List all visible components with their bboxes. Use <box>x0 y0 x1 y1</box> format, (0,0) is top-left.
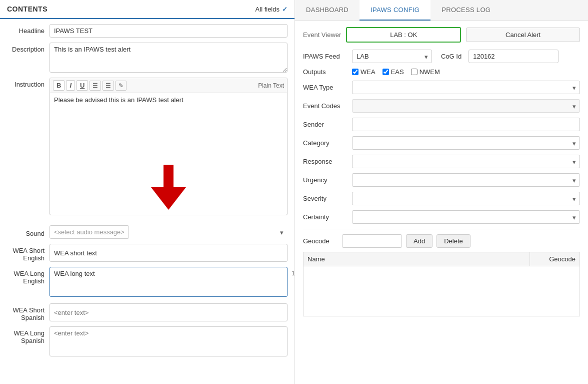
wea-short-english-input[interactable] <box>50 244 288 262</box>
tab-dashboard[interactable]: DASHBOARD <box>295 0 360 21</box>
geocode-label: Geocode <box>303 237 338 245</box>
urgency-select[interactable] <box>352 173 580 187</box>
wea-short-english-wrapper: 14/90 <box>50 244 288 262</box>
event-codes-select-wrapper <box>352 99 580 113</box>
paint-button[interactable]: ✎ <box>116 81 126 91</box>
svg-marker-1 <box>151 187 186 210</box>
bold-button[interactable]: B <box>53 80 64 91</box>
outputs-checkboxes: WEA EAS NWEM <box>352 68 440 76</box>
ol-button[interactable]: ☰ <box>90 81 101 91</box>
arrow-container <box>50 160 287 215</box>
severity-select-wrapper <box>352 192 580 205</box>
eas-checkbox-label[interactable]: EAS <box>382 68 404 76</box>
cog-id-input[interactable] <box>468 50 558 63</box>
wea-type-select-wrapper <box>352 81 580 94</box>
instruction-textarea[interactable]: Please be advised this is an IPAWS test … <box>50 93 287 158</box>
all-fields-toggle[interactable]: All fields ✓ <box>256 6 288 13</box>
geocode-table: Name Geocode <box>303 252 580 316</box>
event-viewer-row: Event Viewer LAB : OK Cancel Alert <box>303 27 580 43</box>
description-row: Description This is an IPAWS test alert <box>7 43 288 73</box>
left-panel: CONTENTS All fields ✓ Headline Descripti… <box>0 0 295 384</box>
urgency-select-wrapper <box>352 173 580 187</box>
geocode-column-header: Geocode <box>530 252 580 266</box>
delete-button[interactable]: Delete <box>436 234 470 248</box>
wea-long-english-textarea[interactable]: WEA long text <box>50 267 288 297</box>
geocode-table-empty-row <box>304 266 580 316</box>
wea-short-english-row: WEA ShortEnglish 14/90 <box>0 244 294 262</box>
tab-ipaws-config[interactable]: IPAWS CONFIG <box>360 0 430 21</box>
category-select[interactable] <box>352 136 580 150</box>
right-panel: DASHBOARD IPAWS CONFIG PROCESS LOG Event… <box>295 0 588 384</box>
severity-select[interactable] <box>352 192 580 205</box>
ipaws-feed-select[interactable]: LAB <box>352 50 432 63</box>
sender-row: Sender <box>303 118 580 131</box>
urgency-row: Urgency <box>303 173 580 187</box>
headline-input[interactable] <box>50 24 288 38</box>
tab-bar: DASHBOARD IPAWS CONFIG PROCESS LOG <box>295 0 588 21</box>
wea-checkbox-label[interactable]: WEA <box>352 68 376 76</box>
certainty-label: Certainty <box>303 213 348 221</box>
geocode-section: Geocode Add Delete Name Geocode <box>303 229 580 316</box>
eas-checkbox[interactable] <box>382 69 389 75</box>
geocode-input[interactable] <box>342 234 402 248</box>
cog-id-label: CoG Id <box>441 53 462 60</box>
down-arrow-icon <box>151 165 186 210</box>
wea-long-english-counter: 13/360 <box>292 270 295 277</box>
description-textarea[interactable]: This is an IPAWS test alert <box>50 43 288 73</box>
response-select[interactable] <box>352 155 580 168</box>
certainty-select[interactable] <box>352 210 580 224</box>
wea-long-spanish-textarea[interactable] <box>50 326 288 356</box>
event-codes-row: Event Codes <box>303 99 580 113</box>
wea-short-english-label: WEA ShortEnglish <box>7 244 50 262</box>
ul-button[interactable]: ☰ <box>102 81 114 91</box>
sound-label: Sound <box>7 227 50 237</box>
plain-text-label: Plain Text <box>258 82 284 89</box>
tab-process-log[interactable]: PROCESS LOG <box>430 0 502 21</box>
italic-button[interactable]: I <box>66 80 75 91</box>
ipaws-feed-row: IPAWS Feed LAB CoG Id <box>303 50 580 63</box>
wea-short-spanish-wrapper <box>50 303 288 321</box>
category-label: Category <box>303 139 348 147</box>
wea-type-row: WEA Type <box>303 81 580 94</box>
wea-short-spanish-label: WEA ShortSpanish <box>7 303 50 321</box>
event-codes-select <box>352 99 580 113</box>
wea-long-spanish-label: WEA LongSpanish <box>7 326 50 344</box>
response-select-wrapper <box>352 155 580 168</box>
form-section: Headline Description This is an IPAWS te… <box>0 19 294 225</box>
wea-long-english-label: WEA LongEnglish <box>7 267 50 285</box>
nwem-checkbox[interactable] <box>411 69 418 75</box>
response-label: Response <box>303 158 348 165</box>
svg-rect-0 <box>164 165 174 190</box>
add-button[interactable]: Add <box>406 234 432 248</box>
wea-type-label: WEA Type <box>303 84 348 91</box>
category-select-wrapper <box>352 136 580 150</box>
sound-row: Sound <select audio message> <box>0 225 294 239</box>
name-column-header: Name <box>304 252 530 266</box>
wea-checkbox[interactable] <box>352 69 358 75</box>
category-row: Category <box>303 136 580 150</box>
response-row: Response <box>303 155 580 168</box>
severity-label: Severity <box>303 195 348 202</box>
geocode-row: Geocode Add Delete <box>303 234 580 248</box>
nwem-checkbox-label[interactable]: NWEM <box>411 68 440 76</box>
event-codes-label: Event Codes <box>303 102 348 110</box>
severity-row: Severity <box>303 192 580 205</box>
feed-select-wrapper: LAB <box>352 50 432 63</box>
cancel-alert-button[interactable]: Cancel Alert <box>466 28 580 42</box>
sender-label: Sender <box>303 121 348 128</box>
urgency-label: Urgency <box>303 176 348 184</box>
contents-title: CONTENTS <box>7 5 48 13</box>
wea-long-english-row: WEA LongEnglish WEA long text 13/360 <box>0 267 294 298</box>
sender-input[interactable] <box>352 118 580 131</box>
all-fields-check: ✓ <box>282 6 288 13</box>
wea-short-spanish-input[interactable] <box>50 303 288 321</box>
wea-type-select[interactable] <box>352 81 580 94</box>
lab-ok-button[interactable]: LAB : OK <box>346 27 461 43</box>
headline-row: Headline <box>7 24 288 38</box>
headline-label: Headline <box>7 24 50 35</box>
certainty-row: Certainty <box>303 210 580 224</box>
left-header: CONTENTS All fields ✓ <box>0 0 294 19</box>
sound-select[interactable]: <select audio message> <box>50 225 129 239</box>
instruction-toolbar: B I U ☰ ☰ ✎ Plain Text <box>50 78 287 93</box>
underline-button[interactable]: U <box>76 80 88 91</box>
